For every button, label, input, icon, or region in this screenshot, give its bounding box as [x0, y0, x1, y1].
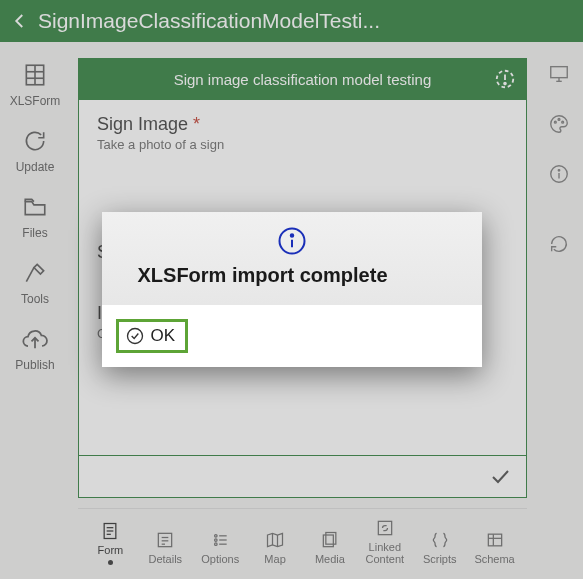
modal-scrim[interactable]: XLSForm import complete OK [0, 0, 583, 579]
import-complete-dialog: XLSForm import complete OK [102, 212, 482, 367]
dialog-header: XLSForm import complete [102, 212, 482, 305]
ok-label: OK [151, 326, 176, 346]
info-circle-icon [120, 226, 464, 256]
check-circle-icon [125, 326, 145, 346]
svg-point-41 [290, 234, 293, 237]
ok-button[interactable]: OK [116, 319, 189, 353]
dialog-actions: OK [102, 305, 482, 367]
svg-point-43 [127, 329, 142, 344]
dialog-title: XLSForm import complete [138, 264, 464, 287]
